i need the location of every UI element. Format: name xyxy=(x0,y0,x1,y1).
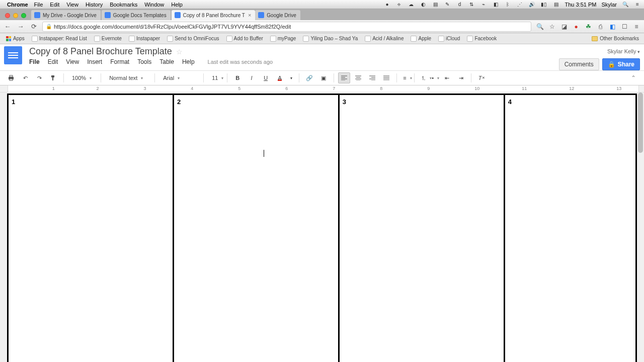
ruler[interactable]: 1 2 3 4 5 6 7 8 9 10 11 12 13 xyxy=(0,85,644,93)
bookmark-item[interactable]: myPage xyxy=(267,35,299,43)
extension-icon[interactable]: ☘ xyxy=(584,22,593,31)
link-button[interactable]: 🔗 xyxy=(303,72,315,83)
increase-indent-button[interactable]: ⇥ xyxy=(455,72,467,83)
image-button[interactable]: ▣ xyxy=(317,72,330,83)
zoom-window-button[interactable] xyxy=(21,13,26,18)
bold-button[interactable]: B xyxy=(231,72,244,83)
italic-button[interactable]: I xyxy=(246,72,258,83)
mac-menu-window[interactable]: Window xyxy=(144,2,164,8)
mac-menu-edit[interactable]: Edit xyxy=(50,2,59,8)
reload-button[interactable]: ⟳ xyxy=(29,22,38,31)
mac-menu-help[interactable]: Help xyxy=(171,2,183,8)
browser-tab-active[interactable]: Copy of 8 Panel Brochure T× xyxy=(172,10,256,20)
share-button[interactable]: 🔒 Share xyxy=(602,58,640,70)
bulleted-list-button[interactable]: • xyxy=(430,72,439,83)
mac-menu-file[interactable]: File xyxy=(34,2,43,8)
extension-icon[interactable]: ◪ xyxy=(559,22,569,31)
back-button[interactable]: ← xyxy=(3,22,12,31)
clear-formatting-button[interactable]: T✕ xyxy=(475,72,488,83)
bookmark-item[interactable]: Add to Buffer xyxy=(223,35,266,43)
text-color-menu[interactable]: ▾ xyxy=(288,72,295,83)
docs-menu-insert[interactable]: Insert xyxy=(87,58,102,65)
zoom-dropdown[interactable]: 100% xyxy=(68,72,97,83)
align-justify-button[interactable] xyxy=(380,72,392,83)
last-edit-text[interactable]: Last edit was seconds ago xyxy=(208,59,273,65)
bookmark-item[interactable]: Instapaper xyxy=(126,35,163,43)
print-button[interactable] xyxy=(5,72,17,83)
status-icon[interactable]: ⇅ xyxy=(468,2,475,8)
panel-cell-3[interactable]: 3 xyxy=(339,95,504,363)
bookmark-item[interactable]: Instapaper: Read List xyxy=(29,35,90,43)
bookmark-item[interactable]: Yiling Dao – Shad Ya xyxy=(300,35,361,43)
battery-icon[interactable]: ▮▯ xyxy=(540,2,547,8)
vertical-scrollbar[interactable]: ▾ xyxy=(637,93,644,362)
mac-clock[interactable]: Thu 3:51 PM xyxy=(565,2,596,8)
align-center-button[interactable] xyxy=(352,72,364,83)
extension-icon[interactable]: ◧ xyxy=(608,22,617,31)
status-icon[interactable]: ✎ xyxy=(444,2,451,8)
bookmark-item[interactable]: Acid / Alkaline xyxy=(362,35,407,43)
flag-icon[interactable]: ▤ xyxy=(552,2,559,8)
numbered-list-button[interactable]: ⒈ xyxy=(419,72,428,83)
decrease-indent-button[interactable]: ⇤ xyxy=(441,72,453,83)
document-canvas[interactable]: 1 2 3 4 ▾ xyxy=(0,93,644,362)
mac-app-name[interactable]: Chrome xyxy=(7,2,28,8)
browser-tab[interactable]: Google Drive xyxy=(255,10,300,20)
docs-menu-tools[interactable]: Tools xyxy=(137,58,151,65)
docs-user-menu[interactable]: Skylar Kelly xyxy=(607,48,640,54)
line-spacing-button[interactable]: ≡ xyxy=(401,72,410,83)
close-window-button[interactable] xyxy=(5,13,10,18)
redo-button[interactable]: ↷ xyxy=(33,72,45,83)
apps-button[interactable]: Apps xyxy=(3,35,28,42)
bookmark-item[interactable]: Evernote xyxy=(91,35,125,43)
extension-icon[interactable]: ● xyxy=(572,22,581,31)
text-color-button[interactable]: A xyxy=(274,72,286,83)
document-title[interactable]: Copy of 8 Panel Brochure Template xyxy=(29,46,172,57)
status-icon[interactable]: ☁ xyxy=(408,2,415,8)
document-page[interactable]: 1 2 3 4 xyxy=(7,94,637,362)
font-dropdown[interactable]: Arial xyxy=(159,72,199,83)
align-right-button[interactable] xyxy=(366,72,378,83)
chrome-menu-icon[interactable]: ≡ xyxy=(632,22,641,31)
paint-format-button[interactable] xyxy=(47,72,59,83)
minimize-window-button[interactable] xyxy=(13,13,18,18)
browser-tab[interactable]: Google Docs Templates xyxy=(102,10,171,20)
underline-button[interactable]: U xyxy=(260,72,272,83)
bookmark-item[interactable]: Facebook xyxy=(464,35,500,43)
align-left-button[interactable] xyxy=(338,72,350,83)
docs-menu-table[interactable]: Table xyxy=(159,58,174,65)
mac-menu-bookmarks[interactable]: Bookmarks xyxy=(110,2,137,8)
docs-logo-icon[interactable] xyxy=(4,46,22,64)
extension-icon[interactable]: ☐ xyxy=(620,22,629,31)
docs-menu-file[interactable]: File xyxy=(29,58,40,65)
mac-menu-history[interactable]: History xyxy=(86,2,103,8)
notification-center-icon[interactable]: ≡ xyxy=(634,2,641,8)
status-icon[interactable]: ▤ xyxy=(432,2,439,8)
docs-menu-view[interactable]: View xyxy=(66,58,79,65)
zoom-icon[interactable]: 🔍 xyxy=(535,22,544,31)
wifi-icon[interactable]: ⋰ xyxy=(516,2,523,8)
star-icon[interactable]: ☆ xyxy=(547,22,556,31)
docs-menu-format[interactable]: Format xyxy=(110,58,129,65)
star-icon[interactable]: ☆ xyxy=(176,48,183,56)
panel-cell-4[interactable]: 4 xyxy=(504,95,636,363)
style-dropdown[interactable]: Normal text xyxy=(105,72,150,83)
mac-menu-view[interactable]: View xyxy=(66,2,78,8)
collapse-toolbar-button[interactable]: ⌃ xyxy=(628,73,639,82)
forward-button[interactable]: → xyxy=(16,22,25,31)
docs-menu-help[interactable]: Help xyxy=(182,58,195,65)
scrollbar-thumb[interactable] xyxy=(638,93,643,153)
docs-menu-edit[interactable]: Edit xyxy=(48,58,58,65)
volume-icon[interactable]: 🔊 xyxy=(528,2,535,8)
tab-close-icon[interactable]: × xyxy=(248,12,251,18)
extension-icon[interactable]: ⎙ xyxy=(596,22,605,31)
panel-table[interactable]: 1 2 3 4 xyxy=(7,94,637,362)
status-icon[interactable]: ● xyxy=(383,2,390,8)
mac-user[interactable]: Skylar xyxy=(601,2,617,8)
status-icon[interactable]: d xyxy=(456,2,463,8)
comments-button[interactable]: Comments xyxy=(559,58,599,70)
other-bookmarks-button[interactable]: Other Bookmarks xyxy=(592,36,641,41)
bookmark-item[interactable]: Apple xyxy=(408,35,434,43)
bluetooth-icon[interactable]: ᛒ xyxy=(504,2,511,8)
bookmark-item[interactable]: Send to OmniFocus xyxy=(164,35,222,43)
